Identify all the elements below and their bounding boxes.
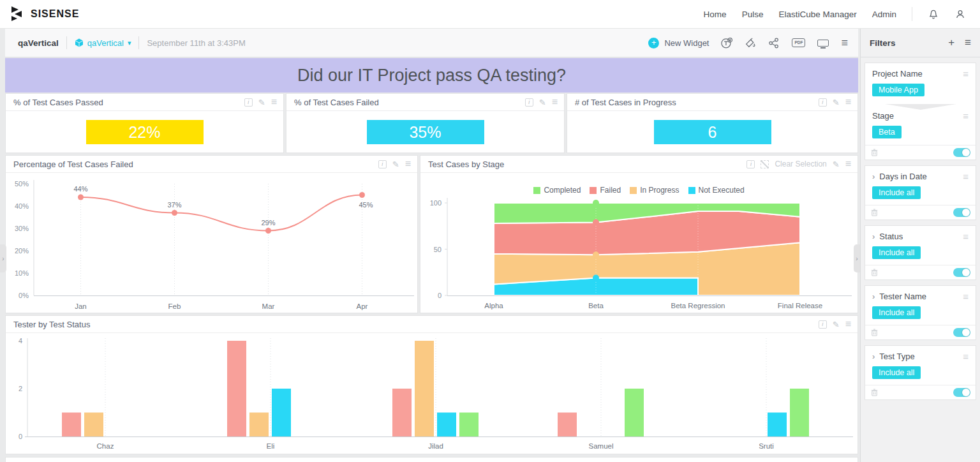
filter-chip[interactable]: Beta (872, 126, 902, 138)
nav-admin[interactable]: Admin (872, 10, 896, 19)
legend-item-in-progress[interactable]: In Progress (630, 186, 679, 195)
share-icon[interactable] (768, 38, 780, 48)
expand-chevron-icon[interactable]: › (872, 352, 875, 361)
datasource-selector[interactable]: qaVertical ▾ (75, 38, 131, 48)
edit-icon[interactable]: ✎ (539, 98, 546, 107)
filter-name: Status (879, 232, 903, 241)
dashboard-toolbar: qaVertical qaVertical ▾ September 11th a… (5, 29, 858, 57)
tv-display-icon[interactable] (817, 40, 829, 47)
edit-icon[interactable]: ✎ (258, 98, 265, 107)
filters-menu-icon[interactable]: ≡ (965, 36, 971, 49)
export-pdf-icon[interactable]: PDF (792, 38, 805, 48)
svg-text:50%: 50% (15, 180, 29, 188)
delete-filter-icon[interactable] (870, 268, 879, 277)
filter-chip[interactable]: Include all (872, 186, 921, 199)
filter-card-days-in-date: › Days in Date ≡ Include all (865, 165, 976, 220)
delete-filter-icon[interactable] (870, 388, 879, 397)
filter-toggle[interactable] (953, 208, 970, 217)
widget-menu-icon[interactable]: ≡ (552, 97, 558, 107)
svg-text:0%: 0% (19, 292, 29, 299)
notifications-bell-icon[interactable] (928, 9, 939, 20)
sisense-logo[interactable]: SISENSE (11, 6, 79, 22)
svg-text:29%: 29% (261, 219, 275, 227)
widget-title: Test Cases by Stage (428, 160, 504, 169)
info-icon[interactable]: i (819, 98, 827, 107)
dashboard-menu-icon[interactable]: ≡ (841, 37, 848, 48)
widget-menu-icon[interactable]: ≡ (845, 97, 851, 107)
filter-toggle[interactable] (953, 388, 970, 397)
filters-title: Filters (870, 38, 896, 48)
svg-text:Beta Regression: Beta Regression (671, 302, 725, 309)
user-profile-icon[interactable] (954, 9, 966, 20)
widget-menu-icon[interactable]: ≡ (271, 97, 277, 107)
widget-title: Tester by Test Status (13, 320, 90, 329)
filter-menu-icon[interactable]: ≡ (963, 292, 969, 301)
info-icon[interactable]: i (746, 160, 755, 168)
new-widget-label: New Widget (664, 38, 709, 48)
edit-icon[interactable]: ✎ (833, 160, 840, 168)
filter-chip[interactable]: Mobile App (872, 84, 924, 96)
kpi-value[interactable]: 35% (367, 120, 484, 144)
info-icon[interactable]: i (819, 320, 827, 329)
filters-collapse-handle[interactable]: › (854, 244, 860, 272)
nav-home[interactable]: Home (704, 10, 727, 19)
expand-chevron-icon[interactable]: › (872, 292, 875, 301)
expand-chevron-icon[interactable]: › (872, 232, 875, 241)
legend-item-failed[interactable]: Failed (590, 186, 621, 195)
logo-text: SISENSE (31, 8, 79, 20)
info-icon[interactable]: i (525, 98, 533, 107)
nav-pulse[interactable]: Pulse (742, 10, 764, 19)
filter-menu-icon[interactable]: ≡ (963, 111, 969, 121)
legend-item-not-executed[interactable]: Not Executed (688, 186, 745, 195)
kpi-value[interactable]: 22% (86, 120, 204, 144)
filter-menu-icon[interactable]: ≡ (963, 232, 969, 241)
edit-icon[interactable]: ✎ (392, 160, 399, 168)
line-chart[interactable]: 0%10%20%30%40%50%JanFebMarApr44%37%29%45… (6, 173, 417, 313)
nav-divider (912, 7, 912, 21)
widget-menu-icon[interactable]: ≡ (405, 159, 411, 169)
clear-selection-button[interactable]: Clear Selection (775, 160, 826, 168)
svg-text:Alpha: Alpha (484, 302, 503, 309)
filter-menu-icon[interactable]: ≡ (963, 69, 969, 78)
filter-chip[interactable]: Include all (872, 306, 921, 319)
banner-title: Did our IT Project pass QA testing? (297, 66, 566, 86)
left-panel-collapse-handle[interactable]: › (0, 244, 6, 272)
widget-menu-icon[interactable]: ≡ (845, 159, 851, 169)
delete-filter-icon[interactable] (870, 148, 879, 157)
filter-toggle[interactable] (953, 268, 970, 277)
nav-elasticube-manager[interactable]: ElastiCube Manager (778, 10, 856, 19)
kpi-value[interactable]: 6 (654, 120, 771, 144)
widget-title: # of Test Cases in Progress (575, 98, 676, 107)
expand-chevron-icon[interactable]: › (872, 172, 875, 181)
filter-menu-icon[interactable]: ≡ (963, 352, 969, 361)
widget-title: % of Test Cases Passed (13, 98, 103, 107)
delete-filter-icon[interactable] (870, 208, 879, 217)
edit-icon[interactable]: ✎ (833, 320, 840, 329)
filter-menu-icon[interactable]: ≡ (963, 172, 969, 181)
widget-menu-icon[interactable]: ≡ (845, 319, 851, 329)
filter-toggle[interactable] (953, 148, 970, 157)
filter-chip[interactable]: Include all (872, 246, 921, 259)
info-icon[interactable]: i (244, 98, 253, 107)
edit-icon[interactable]: ✎ (833, 98, 840, 107)
filter-name: Project Name (872, 69, 923, 78)
svg-text:Mar: Mar (262, 302, 275, 310)
add-filter-icon[interactable]: + (948, 36, 954, 49)
app-header: SISENSE Home Pulse ElastiCube Manager Ad… (0, 0, 980, 29)
filter-name: Stage (872, 111, 894, 121)
new-widget-button[interactable]: + New Widget (648, 38, 709, 48)
filter-toggle[interactable] (953, 328, 970, 337)
chevron-down-icon: ▾ (128, 39, 131, 47)
kpi-widget-failed: % of Test Cases Failed i ✎ ≡ 35% (286, 93, 565, 153)
filter-card-test-type: › Test Type ≡ Include all (865, 345, 976, 400)
filter-chip[interactable]: Include all (872, 366, 921, 379)
banner-text-widget[interactable]: Did our IT Project pass QA testing? (5, 58, 858, 93)
style-brush-icon[interactable] (745, 38, 756, 48)
legend-item-completed[interactable]: Completed (533, 186, 581, 195)
select-mode-icon[interactable] (761, 160, 769, 168)
legend-swatch (590, 187, 597, 194)
bar-chart[interactable]: 024ChazEliJiladSamuelSruti (6, 333, 858, 454)
delete-filter-icon[interactable] (870, 328, 879, 337)
add-text-widget-icon[interactable] (721, 38, 732, 48)
info-icon[interactable]: i (378, 160, 387, 168)
